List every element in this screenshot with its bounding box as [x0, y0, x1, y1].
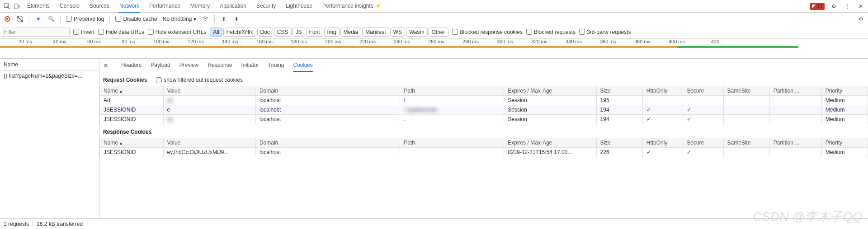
col-domain[interactable]: Domain: [255, 86, 400, 96]
cell: ✓: [642, 105, 683, 115]
close-detail-icon[interactable]: ✕: [103, 62, 108, 69]
disable-cache-checkbox[interactable]: Disable cache: [115, 16, 157, 22]
pill-js[interactable]: JS: [292, 28, 305, 37]
invert-checkbox[interactable]: Invert: [73, 29, 94, 35]
gear-icon[interactable]: ⚙: [829, 2, 838, 11]
detail-tab-initiator[interactable]: Initiator: [241, 59, 259, 72]
col-secure[interactable]: Secure: [683, 138, 723, 148]
col-expires-max-age[interactable]: Expires / Max-Age: [504, 86, 596, 96]
col-path[interactable]: Path: [400, 138, 504, 148]
hide-data-checkbox[interactable]: Hide data URLs: [98, 29, 144, 35]
tab-security[interactable]: Security: [255, 0, 277, 13]
detail-tab-headers[interactable]: Headers: [121, 59, 142, 72]
inspect-icon[interactable]: [3, 2, 12, 11]
search-icon[interactable]: 🔍: [47, 15, 55, 23]
filter-input[interactable]: [2, 28, 70, 37]
pill-doc[interactable]: Doc: [257, 28, 273, 37]
name-column-header[interactable]: Name: [0, 59, 99, 71]
tab-application[interactable]: Application: [219, 0, 247, 13]
timeline[interactable]: 20 ms40 ms60 ms80 ms100 ms120 ms140 ms16…: [0, 39, 868, 59]
tab-sources[interactable]: Sources: [89, 0, 110, 13]
cell: Medium: [821, 96, 868, 105]
detail-tab-preview[interactable]: Preview: [179, 59, 199, 72]
device-icon[interactable]: [13, 2, 22, 11]
timeline-tick: 160 ms: [241, 39, 275, 45]
col-name[interactable]: Name▲: [100, 86, 164, 96]
timeline-tick: 120 ms: [172, 39, 206, 45]
col-samesite[interactable]: SameSite: [723, 138, 769, 148]
pill-fetch-xhr[interactable]: Fetch/XHR: [223, 28, 256, 37]
pill-font[interactable]: Font: [306, 28, 323, 37]
col-httponly[interactable]: HttpOnly: [642, 138, 683, 148]
cell: 195: [596, 96, 642, 105]
tab-elements[interactable]: Elements: [26, 0, 51, 13]
col-value[interactable]: Value: [163, 138, 255, 148]
tab-network[interactable]: Network: [118, 0, 140, 13]
cell: Medium: [821, 148, 868, 157]
pill-wasm[interactable]: Wasm: [406, 28, 428, 37]
wifi-icon[interactable]: [202, 15, 209, 23]
preserve-log-checkbox[interactable]: Preserve log: [66, 16, 104, 22]
detail-tab-timing[interactable]: Timing: [268, 59, 284, 72]
col-priority[interactable]: Priority: [821, 86, 868, 96]
invert-label: Invert: [81, 29, 94, 35]
tab-console[interactable]: Console: [59, 0, 80, 13]
col-httponly[interactable]: HttpOnly: [642, 86, 683, 96]
pill-ws[interactable]: WS: [390, 28, 405, 37]
col-path[interactable]: Path: [400, 86, 504, 96]
blocked-req-checkbox[interactable]: Blocked requests: [526, 29, 576, 35]
col-secure[interactable]: Secure: [683, 86, 723, 96]
col-expires-max-age[interactable]: Expires / Max-Age: [504, 138, 596, 148]
request-item[interactable]: {}list?pageNum=1&pageSize=...: [0, 71, 99, 81]
tab-lighthouse[interactable]: Lighthouse: [285, 0, 313, 13]
cell: JSESSIONID: [100, 105, 164, 115]
col-size[interactable]: Size: [596, 86, 642, 96]
col-domain[interactable]: Domain: [255, 138, 400, 148]
tab-performance[interactable]: Performance: [148, 0, 181, 13]
cookie-row[interactable]: JSESSIONIDelocalhost/ /system/userSessio…: [100, 105, 868, 115]
third-party-checkbox[interactable]: 3rd-party requests: [579, 29, 631, 35]
cookie-row[interactable]: Adeylocalhost/Session195Medium: [100, 96, 868, 105]
pill-media[interactable]: Media: [340, 28, 362, 37]
error-badge[interactable]: ◤ 11: [810, 3, 825, 10]
cookie-row[interactable]: JSESSIONIDeylocalhost.Session194✓✓Medium: [100, 115, 868, 124]
throttle-select[interactable]: No throttling ▾: [163, 16, 197, 22]
pill-css[interactable]: CSS: [274, 28, 292, 37]
clear-icon[interactable]: [16, 15, 24, 23]
kebab-icon[interactable]: ⋮: [843, 2, 852, 11]
gear-icon[interactable]: ⚙: [857, 15, 864, 23]
cell: ✓: [683, 115, 723, 124]
pill-other[interactable]: Other: [429, 28, 448, 37]
col-partition-[interactable]: Partition ...: [769, 86, 821, 96]
col-value[interactable]: Value: [163, 86, 255, 96]
tab-memory[interactable]: Memory: [189, 0, 211, 13]
tab-performance-insights-[interactable]: Performance insights ⚡: [321, 0, 382, 13]
col-partition-[interactable]: Partition ...: [769, 138, 821, 148]
network-toolbar: ▼ 🔍 Preserve log Disable cache No thrott…: [0, 13, 868, 25]
filter-icon[interactable]: ▼: [35, 15, 42, 23]
cell: localhost: [255, 115, 400, 124]
hide-ext-checkbox[interactable]: Hide extension URLs: [148, 29, 207, 35]
cookie-row[interactable]: JSESSIONIDeyJhbGciOiJIUzUxMiJ9...localho…: [100, 148, 868, 157]
col-priority[interactable]: Priority: [821, 138, 868, 148]
upload-icon[interactable]: ⬆: [220, 15, 227, 23]
blocked-cookies-checkbox[interactable]: Blocked response cookies: [452, 29, 523, 35]
cell: localhost: [255, 148, 400, 157]
detail-tab-response[interactable]: Response: [208, 59, 232, 72]
show-filtered-checkbox[interactable]: show filtered out request cookies: [156, 77, 243, 83]
detail-tab-cookies[interactable]: Cookies: [293, 59, 312, 72]
cell: 0239-12-31T15:54:17.00...: [504, 148, 596, 157]
detail-tab-payload[interactable]: Payload: [151, 59, 170, 72]
request-cookies-title: Request Cookies: [103, 77, 147, 83]
record-icon[interactable]: [4, 15, 11, 23]
pill-img[interactable]: Img: [324, 28, 340, 37]
type-filter-pills: AllFetch/XHRDocCSSJSFontImgMediaManifest…: [210, 28, 448, 37]
timeline-tick: 280 ms: [447, 39, 481, 45]
close-icon[interactable]: ✕: [856, 2, 865, 11]
col-name[interactable]: Name▲: [100, 138, 164, 148]
col-samesite[interactable]: SameSite: [723, 86, 769, 96]
pill-manifest[interactable]: Manifest: [362, 28, 389, 37]
pill-all[interactable]: All: [210, 28, 222, 37]
download-icon[interactable]: ⬇: [233, 15, 240, 23]
col-size[interactable]: Size: [596, 138, 642, 148]
